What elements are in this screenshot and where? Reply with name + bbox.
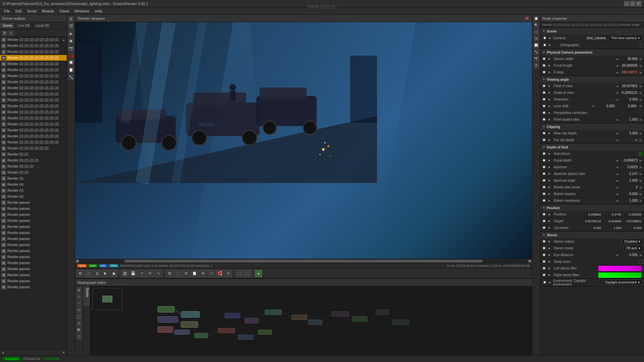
up-x[interactable]: 0.000 — [582, 226, 602, 230]
pixel-aspect-value[interactable]: 1.000 — [619, 118, 639, 121]
left-tool-5[interactable]: 📷 — [68, 45, 74, 52]
scroll-track-h[interactable] — [80, 260, 527, 262]
tool-view[interactable]: 👁 — [199, 270, 207, 277]
outliner-item[interactable]: ▣ Render (2) (2) (2) (2) (2) (2) (2) (2) — [0, 91, 67, 97]
outliner-item[interactable]: ▣ Render passes — [0, 230, 67, 236]
ng-tool-8[interactable]: ⬡ — [76, 334, 82, 340]
menu-cloud[interactable]: Cloud — [57, 8, 72, 14]
outliner-item[interactable]: ▣ Render (2) (2) (2) (2) (2) (2) (2) (2) — [0, 85, 67, 91]
left-filter-color[interactable] — [598, 266, 642, 271]
tool-grid[interactable]: ⊞ — [166, 270, 173, 277]
sensor-width-value[interactable]: 36.000 — [619, 57, 639, 61]
outliner-item[interactable]: ▣ Render (2) (2) (2) (2) (2) (2) (2) (2) — [0, 103, 67, 109]
tool-move[interactable]: ↗ — [138, 270, 145, 277]
bokeh-rotation-value[interactable]: 0.000 — [619, 192, 639, 196]
tool-copy[interactable]: ⧉ — [182, 270, 190, 277]
aa-left[interactable]: ◀ — [615, 172, 619, 176]
right-icon-5[interactable]: 📊 — [533, 42, 539, 48]
tool-fullscreen[interactable]: ⛶ — [244, 270, 251, 277]
menu-edit[interactable]: Edit — [13, 8, 24, 14]
fov-value[interactable]: 39.597801 — [619, 84, 639, 88]
autofocus-checkbox[interactable] — [639, 152, 643, 156]
outliner-item[interactable]: ▣ Render passes — [0, 206, 67, 212]
viewing-angle-header[interactable]: ▼ Viewing angle — [540, 76, 644, 83]
fl-left[interactable]: ◀ — [615, 64, 619, 67]
tab-live-db[interactable]: Live DB — [15, 23, 33, 28]
fc-right[interactable]: ▶ — [639, 138, 643, 142]
tool-crosshair[interactable]: ✛ — [224, 270, 232, 277]
scroll-right-arrow[interactable]: ▶ — [528, 259, 532, 263]
lens-shift-v2[interactable]: 0.000 — [618, 104, 638, 108]
tgt-x[interactable]: 0.00790116 — [582, 220, 602, 223]
fs-left[interactable]: ◀ — [615, 71, 619, 74]
aa-right[interactable]: ▶ — [639, 172, 643, 176]
menu-module[interactable]: Module — [39, 8, 57, 14]
outliner-item[interactable]: ▣ Render (6) — [0, 194, 67, 200]
eye-distance-value[interactable]: 0.065 — [619, 253, 639, 257]
focal-length-value[interactable]: 49.999935 — [619, 64, 639, 67]
outliner-item[interactable]: ▣ Render (4) — [0, 182, 67, 188]
right-icon-4[interactable]: ⊞ — [533, 36, 539, 42]
pos-y[interactable]: -0.2706 — [602, 213, 623, 216]
menu-script[interactable]: Script — [24, 8, 39, 14]
ng-tool-7[interactable]: 🔍 — [76, 327, 82, 333]
distortion-value[interactable]: 0.000 — [619, 98, 639, 101]
nc-right[interactable]: ▶ — [639, 132, 643, 135]
outliner-item[interactable]: ▣ Render passes — [0, 236, 67, 242]
left-tool-1[interactable]: ⊞ — [68, 15, 74, 22]
near-clip-value[interactable]: 0.000 — [619, 131, 639, 135]
outliner-item[interactable]: ▣ Render passes — [0, 224, 67, 230]
left-tool-3[interactable]: ▶ — [68, 30, 74, 37]
right-icon-7[interactable]: 📷 — [533, 56, 539, 62]
pa-left[interactable]: ◀ — [615, 118, 619, 121]
outliner-item[interactable]: ▣ Render passes — [0, 254, 67, 260]
left-tool-2[interactable]: 🎬 — [68, 23, 74, 29]
position-header[interactable]: ▼ Position — [540, 204, 644, 211]
outliner-item[interactable]: ▣ Render (3) (2) (2) — [0, 164, 67, 170]
lens-shift-v1[interactable]: 0.000 — [596, 104, 616, 108]
ls-right[interactable]: ▶ — [639, 104, 643, 108]
scene-icon-btn-2[interactable]: + — [8, 30, 14, 36]
aperture-value[interactable]: 0.0025 — [619, 165, 639, 169]
tool-pause[interactable]: ⏸ — [93, 270, 101, 277]
ng-tool-1[interactable]: ⊞ — [76, 287, 82, 293]
tab-local-db[interactable]: Local DB — [33, 23, 52, 28]
ng-tool-4[interactable]: ↻ — [76, 307, 82, 313]
tool-select[interactable]: ⬚ — [174, 270, 181, 277]
left-tool-7[interactable]: 📋 — [68, 66, 74, 73]
ng-tab-scene[interactable]: Scene — [83, 286, 90, 306]
ae-right[interactable]: ▶ — [639, 179, 643, 182]
fov-left[interactable]: ◀ — [615, 84, 619, 88]
nc-left[interactable]: ◀ — [615, 132, 619, 135]
outliner-item[interactable]: ▣ Render (2) (2) (2) (2) (2) (2) (2) (2) — [0, 127, 67, 133]
bro-left[interactable]: ◀ — [615, 199, 619, 202]
outliner-item[interactable]: ▣ Render (2) (2) (2) (2) (2) (2) (2) (2) — [0, 55, 67, 61]
outliner-item[interactable]: ▣ Render (2) (2) — [0, 152, 67, 158]
pa-right[interactable]: ▶ — [639, 118, 643, 121]
outliner-item[interactable]: ▣ Render (2) (2) (2) (2) (2) (2) (2) (2) — [0, 49, 67, 55]
right-icon-3[interactable]: ⬡ — [533, 29, 539, 35]
outliner-item[interactable]: ▣ Render passes — [0, 278, 67, 284]
ortho-checkbox[interactable] — [638, 43, 642, 47]
right-icon-6[interactable]: 🔧 — [533, 49, 539, 55]
outliner-item[interactable]: ▣ Render passes — [0, 266, 67, 272]
outliner-item[interactable]: ▣ Render passes — [0, 242, 67, 248]
ng-tool-5[interactable]: ⛶ — [76, 314, 82, 320]
scroll-left-arrow[interactable]: ◀ — [75, 259, 79, 263]
outliner-item[interactable]: ▣ Render (2) (2) (2) (2) (2) (2) (2) (2)… — [0, 37, 67, 43]
dist-left[interactable]: ◀ — [615, 98, 619, 101]
outliner-item[interactable]: ▣ Render passes — [0, 272, 67, 278]
outliner-item[interactable]: ▣ Render (2) (2) (2) (2) (2) (2) (2) (2) — [0, 67, 67, 73]
far-clip-value[interactable]: ∞ — [619, 138, 639, 142]
right-icon-8[interactable]: 🎛 — [533, 62, 539, 68]
fc-left[interactable]: ◀ — [615, 138, 619, 142]
ap-right[interactable]: ▶ — [639, 166, 643, 169]
tgt-z[interactable]: -0.0738831 — [623, 220, 643, 223]
outliner-item[interactable]: ▣ Render (2) (2) (2) (2) (2) (2) (2) (2) — [0, 121, 67, 127]
outliner-item[interactable]: ▣ Render (2) (2) (2) (2) (2) (2) (2) (2) — [0, 79, 67, 85]
close-button[interactable]: ✕ — [636, 1, 641, 6]
tool-snap[interactable]: 🧲 — [216, 270, 223, 277]
ng-tool-3[interactable]: − — [76, 300, 82, 306]
fstop-value[interactable]: 999.99872 — [619, 70, 639, 74]
outliner-item[interactable]: ▣ Render passes — [0, 260, 67, 266]
